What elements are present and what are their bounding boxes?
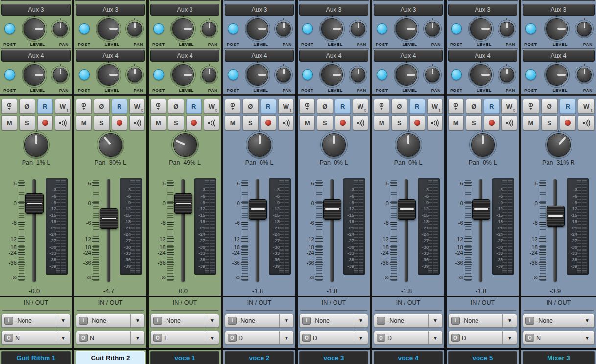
solo-button[interactable]: S (19, 115, 35, 130)
aux4-post-button[interactable] (525, 69, 536, 80)
volume-readout[interactable]: -1.8 (223, 287, 292, 295)
aux4-send-header[interactable]: Aux 4 (374, 50, 443, 62)
input-dropdown[interactable]: I -None- ▼ (76, 314, 145, 328)
aux3-post-button[interactable] (79, 23, 90, 34)
track-name-plate[interactable]: voce 5 (448, 351, 517, 364)
read-automation-button[interactable]: R (560, 99, 576, 114)
pan-readout[interactable]: Pan30% L (74, 159, 146, 169)
mute-button[interactable]: M (374, 115, 389, 130)
fader-cap[interactable] (547, 206, 565, 227)
aux4-pan-knob[interactable] (500, 68, 514, 82)
dropdown-arrow-icon[interactable]: ▼ (502, 331, 517, 344)
phase-invert-button[interactable]: Ø (19, 99, 35, 114)
channel-pan-knob[interactable] (322, 133, 346, 157)
dropdown-arrow-icon[interactable]: ▼ (428, 331, 442, 344)
dropdown-arrow-icon[interactable]: ▼ (580, 331, 594, 344)
mute-button[interactable]: M (523, 115, 539, 130)
aux3-post-button[interactable] (525, 23, 536, 34)
input-echo-button[interactable] (427, 115, 443, 130)
channel-pan-knob[interactable] (397, 133, 420, 157)
pan-readout[interactable]: Pan1% L (0, 159, 72, 169)
aux3-pan-knob[interactable] (577, 22, 592, 36)
input-dropdown[interactable]: I -None- ▼ (225, 314, 294, 328)
output-dropdown[interactable]: O D ▼ (448, 331, 517, 345)
aux3-level-knob[interactable] (546, 18, 568, 40)
pan-readout[interactable]: Pan0% L (447, 159, 519, 169)
aux4-level-knob[interactable] (98, 64, 119, 86)
interleave-button[interactable] (374, 99, 389, 114)
aux3-level-knob[interactable] (24, 18, 45, 40)
aux3-pan-knob[interactable] (202, 22, 216, 36)
write-automation-button[interactable]: Wt (204, 99, 219, 114)
aux3-level-knob[interactable] (98, 18, 119, 40)
fader-track[interactable] (256, 179, 259, 282)
pan-readout[interactable]: Pan0% L (298, 159, 370, 169)
record-arm-button[interactable] (484, 115, 500, 130)
input-dropdown[interactable]: I -None- ▼ (299, 314, 368, 328)
solo-button[interactable]: S (168, 115, 184, 130)
channel-pan-knob[interactable] (24, 133, 48, 157)
volume-readout[interactable]: -0.0 (0, 287, 69, 295)
fader-track[interactable] (330, 179, 334, 282)
record-arm-button[interactable] (186, 115, 202, 130)
track-name-plate[interactable]: Mixer 3 (523, 351, 595, 364)
dropdown-arrow-icon[interactable]: ▼ (205, 314, 219, 327)
mute-button[interactable]: M (448, 115, 464, 130)
output-dropdown[interactable]: O N ▼ (523, 331, 595, 345)
aux3-post-button[interactable] (302, 23, 313, 34)
aux4-pan-knob[interactable] (577, 68, 592, 82)
aux4-post-button[interactable] (4, 69, 15, 80)
aux4-send-header[interactable]: Aux 4 (523, 50, 595, 62)
pan-readout[interactable]: Pan31% R (521, 159, 596, 169)
phase-invert-button[interactable]: Ø (317, 99, 333, 114)
solo-button[interactable]: S (541, 115, 558, 130)
solo-button[interactable]: S (317, 115, 333, 130)
output-dropdown[interactable]: O F ▼ (150, 331, 219, 345)
output-dropdown[interactable]: O N ▼ (1, 331, 71, 345)
write-automation-button[interactable]: Wt (353, 99, 368, 114)
output-dropdown[interactable]: O D ▼ (225, 331, 294, 345)
aux3-pan-knob[interactable] (53, 22, 68, 36)
aux4-level-knob[interactable] (172, 64, 194, 86)
dropdown-arrow-icon[interactable]: ▼ (354, 331, 368, 344)
solo-button[interactable]: S (242, 115, 258, 130)
input-echo-button[interactable] (501, 115, 517, 130)
record-arm-button[interactable] (335, 115, 351, 130)
fader-cap[interactable] (472, 199, 490, 220)
dropdown-arrow-icon[interactable]: ▼ (502, 314, 517, 327)
aux4-send-header[interactable]: Aux 4 (448, 50, 517, 62)
volume-readout[interactable]: -3.9 (521, 287, 590, 295)
read-automation-button[interactable]: R (186, 99, 202, 114)
phase-invert-button[interactable]: Ø (466, 99, 481, 114)
volume-readout[interactable]: -1.8 (447, 287, 515, 295)
aux4-pan-knob[interactable] (425, 68, 440, 82)
aux4-level-knob[interactable] (396, 64, 417, 86)
read-automation-button[interactable]: R (37, 99, 53, 114)
record-arm-button[interactable] (37, 115, 53, 130)
aux3-send-header[interactable]: Aux 3 (523, 4, 595, 16)
aux4-post-button[interactable] (377, 69, 387, 80)
input-dropdown[interactable]: I -None- ▼ (150, 314, 219, 328)
fader-cap[interactable] (249, 199, 267, 220)
aux3-send-header[interactable]: Aux 3 (448, 4, 517, 16)
aux3-send-header[interactable]: Aux 3 (225, 4, 294, 16)
track-name-plate[interactable]: voce 1 (150, 351, 219, 364)
aux4-post-button[interactable] (228, 69, 238, 80)
fader-track[interactable] (107, 179, 110, 282)
interleave-button[interactable] (523, 99, 539, 114)
aux4-post-button[interactable] (79, 69, 90, 80)
input-dropdown[interactable]: I -None- ▼ (523, 314, 595, 328)
solo-button[interactable]: S (391, 115, 407, 130)
write-automation-button[interactable]: Wt (55, 99, 71, 114)
input-echo-button[interactable] (55, 115, 71, 130)
aux4-post-button[interactable] (153, 69, 164, 80)
mute-button[interactable]: M (225, 115, 240, 130)
channel-pan-knob[interactable] (542, 128, 575, 161)
track-name-plate[interactable]: voce 4 (374, 351, 443, 364)
dropdown-arrow-icon[interactable]: ▼ (428, 314, 442, 327)
aux4-send-header[interactable]: Aux 4 (76, 50, 145, 62)
mute-button[interactable]: M (299, 115, 315, 130)
write-automation-button[interactable]: Wt (129, 99, 145, 114)
aux3-post-button[interactable] (377, 23, 387, 34)
aux3-level-knob[interactable] (470, 18, 492, 40)
